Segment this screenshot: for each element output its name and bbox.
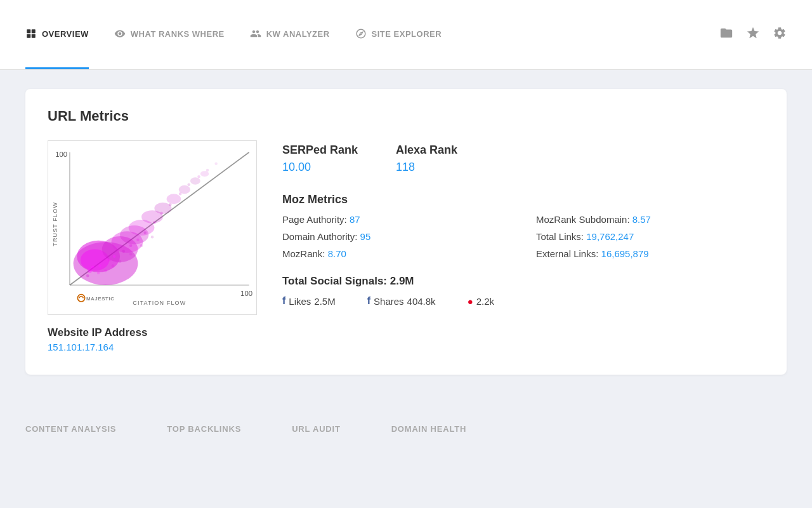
ip-value[interactable]: 151.101.17.164 — [48, 342, 257, 352]
svg-text:100: 100 — [240, 290, 252, 297]
moz-section: Moz Metrics Page Authority: 87 MozRank S… — [282, 193, 764, 259]
nav-tab-kw-analyzer[interactable]: KW ANALYZER — [250, 0, 330, 69]
page-authority-value: 87 — [350, 214, 360, 225]
chart-container: 100 100 — [48, 140, 257, 352]
pinterest: ● 2.2k — [468, 296, 494, 307]
url-metrics-card: URL Metrics 100 100 — [25, 89, 787, 375]
nav-tab-overview[interactable]: OVERVIEW — [25, 0, 89, 69]
alexa-rank-value: 118 — [396, 161, 457, 174]
svg-text:100: 100 — [55, 150, 67, 158]
svg-point-49 — [77, 295, 84, 302]
external-links-label: External Links: — [536, 248, 598, 259]
svg-point-44 — [129, 253, 133, 256]
metrics-body: 100 100 — [48, 140, 764, 352]
mozrank: MozRank: 8.70 — [282, 248, 511, 259]
page-authority: Page Authority: 87 — [282, 214, 511, 225]
svg-point-27 — [113, 255, 116, 258]
social-section: Total Social Signals: 2.9M f Likes 2.5M … — [282, 275, 764, 307]
ip-section: Website IP Address 151.101.17.164 — [48, 326, 257, 352]
svg-point-45 — [140, 244, 143, 248]
domain-authority: Domain Authority: 95 — [282, 231, 511, 242]
tab-domain-health[interactable]: DOMAIN HEALTH — [391, 413, 492, 445]
chart-svg: 100 100 — [48, 141, 256, 314]
metrics-right: SERPed Rank 10.00 Alexa Rank 118 Moz Met… — [282, 140, 764, 307]
overview-icon — [25, 28, 37, 39]
nav-tab-site-explorer-label: SITE EXPLORER — [372, 29, 442, 39]
svg-rect-1 — [32, 29, 36, 33]
svg-point-35 — [179, 192, 182, 196]
external-links: External Links: 16,695,879 — [536, 248, 764, 259]
tab-content-analysis[interactable]: CONTENT ANALYSIS — [25, 413, 141, 445]
svg-point-30 — [136, 238, 140, 241]
nav-tab-kw-analyzer-label: KW ANALYZER — [266, 29, 330, 39]
svg-point-36 — [187, 183, 190, 186]
svg-point-42 — [112, 264, 115, 267]
alexa-rank-block: Alexa Rank 118 — [396, 144, 457, 174]
people-icon — [250, 28, 261, 39]
serped-rank-label: SERPed Rank — [282, 144, 358, 157]
card-title: URL Metrics — [48, 108, 764, 124]
moz-grid: Page Authority: 87 MozRank Subdomain: 8.… — [282, 214, 764, 259]
facebook-shares: f Shares 404.8k — [367, 295, 436, 307]
alexa-rank-label: Alexa Rank — [396, 144, 457, 157]
svg-rect-2 — [27, 34, 30, 38]
moz-title: Moz Metrics — [282, 193, 764, 206]
pinterest-value: 2.2k — [476, 296, 494, 307]
tab-top-backlinks[interactable]: TOP BACKLINKS — [167, 413, 266, 445]
external-links-value: 16,695,879 — [601, 248, 649, 259]
svg-point-39 — [214, 163, 218, 166]
svg-rect-0 — [27, 29, 30, 33]
svg-point-29 — [129, 244, 133, 248]
rank-row: SERPed Rank 10.00 Alexa Rank 118 — [282, 144, 764, 174]
nav-tab-what-ranks-where-label: WHAT RANKS WHERE — [131, 29, 225, 39]
total-links-label: Total Links: — [536, 231, 584, 242]
serped-rank-block: SERPed Rank 10.00 — [282, 144, 358, 174]
settings-icon[interactable] — [773, 26, 787, 43]
svg-point-28 — [122, 250, 125, 253]
svg-text:TRUST FLOW: TRUST FLOW — [52, 202, 58, 246]
svg-point-18 — [167, 194, 181, 204]
main-content: URL Metrics 100 100 — [0, 70, 812, 394]
svg-text:MAJESTIC: MAJESTIC — [86, 296, 115, 302]
social-items: f Likes 2.5M f Shares 404.8k ● 2.2k — [282, 295, 764, 307]
svg-point-43 — [119, 260, 122, 263]
svg-point-22 — [88, 269, 92, 273]
svg-point-33 — [160, 212, 163, 215]
mozrank-subdomain-value: 8.57 — [632, 214, 651, 225]
page-authority-label: Page Authority: — [282, 214, 347, 225]
domain-authority-label: Domain Authority: — [282, 231, 357, 242]
tab-url-audit[interactable]: URL AUDIT — [292, 413, 366, 445]
svg-point-34 — [169, 203, 172, 206]
svg-point-37 — [197, 175, 200, 178]
total-links-value: 19,762,247 — [586, 231, 634, 242]
nav-icon-group — [719, 26, 787, 43]
facebook-icon: f — [282, 295, 285, 307]
mozrank-subdomain-label: MozRank Subdomain: — [536, 214, 630, 225]
mozrank-value: 8.70 — [328, 248, 346, 259]
svg-point-26 — [108, 258, 111, 262]
fb-shares-label: Shares — [374, 296, 404, 307]
svg-point-32 — [153, 221, 156, 224]
top-navigation: OVERVIEW WHAT RANKS WHERE KW ANALYZER SI… — [0, 0, 812, 70]
svg-point-40 — [97, 271, 100, 274]
domain-authority-value: 95 — [360, 231, 371, 242]
nav-tab-what-ranks-where[interactable]: WHAT RANKS WHERE — [114, 0, 225, 69]
svg-point-38 — [206, 169, 209, 172]
folder-icon[interactable] — [719, 26, 733, 43]
majestic-chart: 100 100 — [48, 140, 257, 315]
nav-tab-overview-label: OVERVIEW — [42, 29, 89, 39]
mozrank-label: MozRank: — [282, 248, 325, 259]
social-title: Total Social Signals: 2.9M — [282, 275, 764, 288]
fb-likes-value: 2.5M — [314, 296, 335, 307]
svg-point-31 — [143, 231, 147, 234]
svg-text:CITATION FLOW: CITATION FLOW — [133, 300, 186, 306]
svg-point-21 — [200, 171, 209, 177]
svg-point-23 — [91, 265, 95, 269]
nav-tab-site-explorer[interactable]: SITE EXPLORER — [355, 0, 442, 69]
star-icon[interactable] — [746, 26, 760, 43]
eye-icon — [114, 28, 126, 39]
ip-title: Website IP Address — [48, 326, 257, 339]
mozrank-subdomain: MozRank Subdomain: 8.57 — [536, 214, 764, 225]
svg-point-46 — [151, 236, 154, 239]
svg-point-24 — [86, 274, 89, 277]
